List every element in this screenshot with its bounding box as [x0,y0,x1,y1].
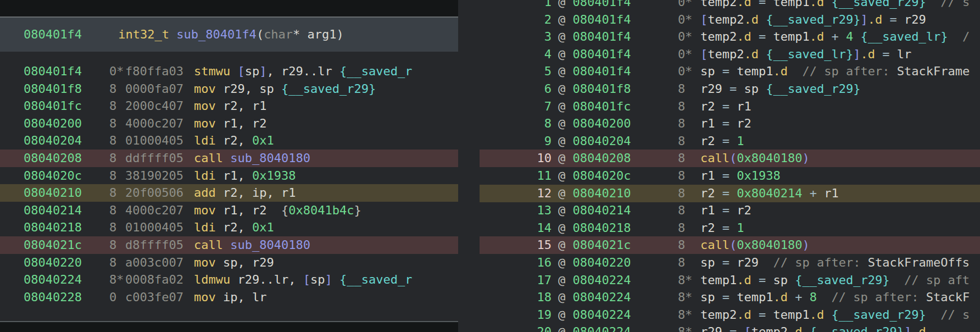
code-token: [ [700,13,708,26]
il-row[interactable]: 12@ 080402108r2 = 0x8040214 + r1 [480,185,980,202]
il-address-cell: @ 08040200 [558,115,678,132]
code-token: @ [558,308,573,322]
il-row[interactable]: 4@ 080401f40*[temp2.d {__saved_lr}].d = … [480,46,980,63]
code-token: {__saved_r29} [339,64,412,78]
il-row[interactable]: 18@ 080402248*sp = temp1.d + 8 // sp aft… [480,289,980,306]
code-token: 08040218 [573,221,631,235]
disasm-row[interactable]: 080402208a003c007mov sp, r29 [0,254,458,272]
il-row[interactable]: 20@ 080402248*r29 = [temp2.d {__saved_r2… [480,323,980,332]
code-token: // sp after: [788,64,897,78]
code-token: 080401f4 [573,64,631,78]
disasm-row[interactable]: 08040218801000405ldi r2, 0x1 [0,219,458,236]
il-row[interactable]: 8@ 080402008r1 = r2 [480,115,980,132]
code-token: r29 [737,256,759,269]
opcode-bytes-cell: 4000c207 [125,202,194,219]
disasm-row[interactable]: 08040210820f00506add r2, ip, r1 [0,184,458,202]
code-token: 080401f4 [573,0,631,9]
code-token: {__saved_r29} [824,0,926,9]
code-token: / [948,30,970,43]
code-token: {__saved_r29} [759,82,860,96]
il-row[interactable]: 3@ 080401f40*temp2.d = temp1.d + 4 {__sa… [480,28,980,46]
il-row[interactable]: 17@ 080402248*temp1.d = sp {__saved_r29}… [480,272,980,289]
disasm-row[interactable]: 080401fc82000c407mov r2, r1 [0,97,458,115]
code-token: .d [810,0,825,9]
code-token: .d [737,0,751,9]
il-row[interactable]: 19@ 080402248*temp2.d = temp1.d {__saved… [480,306,980,324]
code-token: 0x8040180 [737,151,802,165]
disasm-row[interactable]: 0804021c8d8ffff05call sub_8040180 [0,236,458,254]
il-row[interactable]: 15@ 0804021c8call(0x8040180) [480,236,980,254]
instruction-cell: mov ip, lr [194,289,412,306]
instruction-cell: mov r29, sp {__saved_r29} [194,80,412,98]
code-token: stmwu [194,64,230,78]
il-address-cell: @ 08040224 [558,272,678,289]
il-row[interactable]: 7@ 080401fc8r2 = r1 [480,98,980,115]
il-row[interactable]: 13@ 080402148r1 = r2 [480,202,980,219]
code-token: ldi [194,134,216,147]
offset-star-cell: * [685,306,694,324]
il-row[interactable]: 1@ 080401f40*temp2.d = temp1.d {__saved_… [480,0,980,11]
stack-offset-cell: 0 [109,289,116,306]
code-token: sub_80401f4 [176,27,257,41]
opcode-bytes-cell: ddffff05 [125,150,194,167]
code-token: = [715,64,737,78]
code-token: lr [897,47,912,61]
il-row[interactable]: 10@ 080402088call(0x8040180) [480,150,980,167]
il-row[interactable]: 14@ 080402188r2 = 1 [480,219,980,237]
code-token: @ [558,117,573,130]
disasm-row[interactable]: 080402280c003fe07mov ip, lr [0,289,458,306]
code-token: = [715,221,737,235]
stack-offset-cell: 0 [678,0,685,11]
il-row[interactable]: 6@ 080401f88r29 = sp {__saved_r29} [480,80,980,98]
disasm-row[interactable]: 080402088ddffff05call sub_8040180 [0,150,458,167]
il-expression-cell: temp2.d = temp1.d {__saved_r29} // s [700,306,970,324]
code-token: r2 [737,117,751,130]
code-token: @ [558,151,573,165]
stack-offset-cell: 8 [678,150,685,167]
function-signature-row[interactable]: 080401f4 int32_t sub_80401f4(char* arg1) [0,18,458,52]
opcode-bytes-cell: 0008fa02 [125,271,194,289]
disasm-row[interactable]: 080401f880000fa07mov r29, sp {__saved_r2… [0,80,458,98]
code-token: .d [737,273,751,287]
il-row[interactable]: 16@ 080402208sp = r29 // sp after: Stack… [480,254,980,272]
il-address-cell: @ 0804020c [558,167,678,185]
opcode-bytes-cell: 4000c207 [125,115,194,132]
code-token: mov [194,117,216,130]
stack-offset-cell: 8 [109,167,116,185]
il-line-number: 1 [480,0,552,11]
il-row[interactable]: 2@ 080401f40*[temp2.d {__saved_r29}].d =… [480,11,980,29]
il-row[interactable]: 5@ 080401f40*sp = temp1.d // sp after: S… [480,63,980,80]
instruction-cell: mov r1, r2 {0x8041b4c} [194,202,412,219]
code-token: @ [558,325,573,332]
code-token: temp2 [751,325,788,332]
code-token: // s [926,0,970,9]
code-token: @ [558,64,573,78]
disasm-row[interactable]: 08040204801000405ldi r2, 0x1 [0,132,458,150]
code-token [223,151,230,165]
il-row[interactable]: 11@ 0804020c8r1 = 0x1938 [480,167,980,185]
disasm-row[interactable]: 0804021484000c207mov r1, r2 {0x8041b4c} [0,202,458,219]
il-row[interactable]: 9@ 080402048r2 = 1 [480,132,980,150]
disasm-row[interactable]: 080402248*0008fa02ldmwu r29..lr, [sp] {_… [0,271,458,289]
il-expression-cell: r1 = 0x1938 [700,167,781,185]
il-expression-cell: r2 = 1 [700,219,744,237]
disasm-row[interactable]: 080401f40*f80ffa03stmwu [sp], r29..lr {_… [0,63,458,80]
code-token: = [751,30,773,43]
il-line-number: 12 [480,185,552,202]
code-token: sp [700,256,715,269]
il-address-cell: @ 080401f4 [558,63,678,80]
il-expression-cell: r2 = 0x8040214 + r1 [700,185,839,202]
disasm-row[interactable]: 0804020084000c207mov r1, r2 [0,115,458,132]
opcode-bytes-cell: a003c007 [125,254,194,272]
code-token: r2, [216,134,252,147]
code-token: = [875,47,897,61]
code-token: r29..lr, [230,273,303,286]
code-token: ldi [194,220,216,234]
code-token: mov [194,203,216,217]
code-token: = [751,0,773,9]
code-token: temp1 [700,273,737,287]
disasm-row[interactable]: 0804020c838190205ldi r1, 0x1938 [0,167,458,185]
code-token: ) [802,151,809,165]
code-token: StackFrameOffs [868,256,970,269]
disassembly-panel: 080401f40*f80ffa03stmwu [sp], r29..lr {_… [0,0,458,332]
